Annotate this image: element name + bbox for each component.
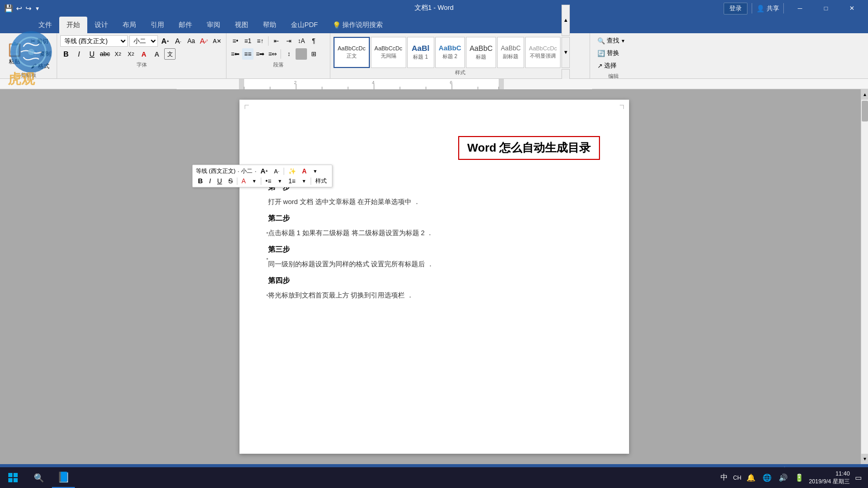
underline-button[interactable]: U (86, 48, 98, 60)
tab-search[interactable]: 💡操作说明搜索 (325, 17, 390, 33)
dropdown-icon[interactable]: ▼ (35, 6, 40, 11)
align-left-button[interactable]: ≡⬅ (230, 48, 241, 60)
search-taskbar-btn[interactable]: 🔍 (26, 467, 52, 488)
font-family-select[interactable]: 等线 (西文正文) (60, 35, 128, 47)
superscript-button[interactable]: X2 (125, 48, 137, 60)
mini-styles-btn[interactable]: 样式 (313, 177, 329, 185)
mini-font-grow-btn[interactable]: A+ (259, 167, 270, 175)
tab-kingsoft-pdf[interactable]: 金山PDF (284, 17, 325, 33)
style-subtitle-button[interactable]: AaBbC 副标题 (497, 37, 524, 68)
styles-scroll-up[interactable]: ▲ (562, 5, 570, 36)
line-spacing-button[interactable]: ↕ (283, 48, 295, 60)
step2-text[interactable]: 点击标题 1 如果有二级标题 将二级标题设置为标题 2 ． (268, 227, 600, 239)
increase-indent-button[interactable]: ⇥ (283, 35, 295, 47)
text-highlight-button[interactable]: A🖊 (198, 35, 210, 47)
redo-icon[interactable]: ↪ (25, 4, 32, 12)
mini-color-btn[interactable]: A (300, 167, 309, 175)
style-normal-button[interactable]: AaBbCcDc 正文 (333, 37, 370, 68)
sort-button[interactable]: ↕A (296, 35, 307, 47)
taskbar-word-app[interactable]: 📘 (52, 467, 75, 488)
find-button[interactable]: 🔍 查找 ▼ (594, 35, 633, 46)
scroll-up-btn[interactable]: ▲ (861, 89, 868, 100)
border-button[interactable]: ⊞ (308, 48, 319, 60)
font-size-select[interactable]: 小二 三 四 (129, 35, 158, 47)
style-title-button[interactable]: AaBbC 标题 (466, 37, 496, 68)
login-button[interactable]: 登录 (724, 3, 747, 15)
decrease-indent-button[interactable]: ⇤ (271, 35, 282, 47)
share-button[interactable]: 共享 (767, 4, 779, 13)
strikethrough-button[interactable]: abc (99, 48, 111, 60)
show-desktop-icon[interactable]: ▭ (853, 472, 864, 483)
scrollbar-thumb[interactable] (862, 101, 868, 121)
subscript-button[interactable]: X2 (112, 48, 124, 60)
mini-number-btn[interactable]: 1≡ (286, 177, 298, 185)
align-center-button[interactable]: ≡≡ (242, 48, 253, 60)
show-marks-button[interactable]: ¶ (308, 35, 319, 47)
char-border-button[interactable]: 文 (164, 48, 176, 60)
network-icon[interactable]: 🌐 (760, 472, 773, 483)
save-icon[interactable]: 💾 (4, 4, 13, 12)
document-title[interactable]: Word 怎么自动生成目录 (458, 136, 600, 160)
italic-button[interactable]: I (73, 48, 85, 60)
minimize-button[interactable]: ─ (788, 0, 812, 17)
taskbar-language[interactable]: CH (733, 475, 741, 481)
scroll-down-btn[interactable]: ▼ (861, 454, 868, 464)
shading-button[interactable] (296, 48, 307, 60)
undo-icon[interactable]: ↩ (16, 4, 22, 12)
bullet-list-button[interactable]: ≡• (230, 35, 241, 47)
tab-home[interactable]: 开始 (59, 17, 87, 33)
style-heading1-button[interactable]: AaBl 标题 1 (407, 37, 434, 68)
start-button[interactable] (0, 467, 26, 488)
mini-font-shrink-btn[interactable]: A- (272, 168, 282, 175)
restore-button[interactable]: □ (814, 0, 838, 17)
battery-icon[interactable]: 🔋 (793, 472, 806, 483)
font-color-button[interactable]: A (138, 48, 150, 60)
style-emphasis-button[interactable]: AaBbCcDc 不明显强调 (525, 37, 560, 68)
mini-underline-btn[interactable]: U (215, 177, 224, 185)
clear-format-button[interactable]: A✕ (211, 35, 223, 47)
mini-magic-btn[interactable]: ✨ (286, 167, 298, 175)
tab-references[interactable]: 引用 (143, 17, 171, 33)
mini-font-color-btn[interactable]: A (239, 177, 248, 185)
notification-icon[interactable]: 🔔 (744, 472, 757, 483)
mini-font-color-dropdown[interactable]: ▼ (250, 178, 259, 184)
mini-bullet-btn[interactable]: •≡ (263, 177, 273, 185)
tab-view[interactable]: 视图 (228, 17, 256, 33)
justify-button[interactable]: ≡⇔ (267, 48, 278, 60)
mini-number-dropdown[interactable]: ▼ (300, 178, 309, 184)
close-button[interactable]: ✕ (840, 0, 864, 17)
mini-bullet-dropdown[interactable]: ▼ (275, 178, 284, 184)
numbered-list-button[interactable]: ≡1 (242, 35, 253, 47)
styles-scroll-down[interactable]: ▼ (562, 37, 570, 68)
mini-italic-btn[interactable]: I (207, 177, 213, 185)
share-icon: 👤 (756, 5, 765, 12)
bold-button[interactable]: B (60, 48, 72, 60)
font-grow-button[interactable]: A+ (159, 35, 171, 47)
tab-layout[interactable]: 布局 (115, 17, 143, 33)
mini-bold-btn[interactable]: B (196, 177, 205, 185)
step4-text[interactable]: 将光标放到文档首页最上方 切换到引用选项栏 ． (268, 290, 600, 301)
taskbar-time-area[interactable]: 11:40 2019/9/4 星期三 (809, 470, 850, 486)
tab-review[interactable]: 审阅 (199, 17, 228, 33)
volume-icon[interactable]: 🔊 (777, 472, 790, 483)
input-method-icon[interactable]: 中 (718, 472, 730, 483)
replace-label: 替换 (607, 49, 619, 58)
tab-design[interactable]: 设计 (87, 17, 115, 33)
step3-text[interactable]: 同一级别的标题设置为同样的格式 设置完所有标题后 ． (268, 259, 600, 270)
text-color-button[interactable]: A (151, 48, 163, 60)
mini-dropdown-btn[interactable]: ▼ (311, 168, 319, 174)
step1-text[interactable]: 打开 word 文档 选中文章标题 在开始菜单选项中 ． (268, 196, 600, 208)
font-shrink-button[interactable]: A- (172, 35, 184, 47)
style-heading2-button[interactable]: AaBbC 标题 2 (435, 37, 465, 68)
select-button[interactable]: ↗ 选择 (594, 60, 633, 71)
window-title: 文档1 - Word (415, 3, 454, 12)
change-case-button[interactable]: Aa (185, 35, 197, 47)
align-right-button[interactable]: ≡➡ (255, 48, 266, 60)
multilevel-list-button[interactable]: ≡↑ (255, 35, 266, 47)
tab-mailings[interactable]: 邮件 (171, 17, 199, 33)
tab-help[interactable]: 帮助 (256, 17, 284, 33)
mini-strikethrough-btn[interactable]: S (226, 177, 235, 185)
style-no-spacing-button[interactable]: AaBbCcDc 无间隔 (371, 37, 406, 68)
replace-button[interactable]: 🔄 替换 (594, 48, 633, 59)
document-page[interactable]: Word 怎么自动生成目录 第一步 打开 word 文档 选中文章标题 在开始菜… (239, 100, 629, 454)
